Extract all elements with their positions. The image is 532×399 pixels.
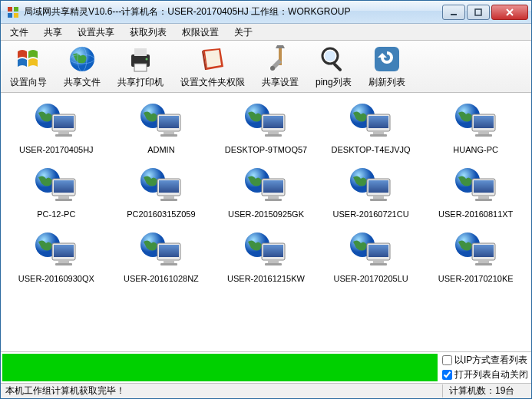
- toolbar-label: 设置文件夹权限: [180, 76, 245, 89]
- computer-item[interactable]: ADMIN: [112, 101, 211, 154]
- computer-item[interactable]: USER-20161215KW: [216, 229, 316, 283]
- svg-rect-77: [164, 260, 174, 263]
- svg-rect-66: [474, 180, 494, 193]
- toolbar-label: 共享设置: [262, 76, 299, 89]
- titlebar: 局域网共享精灵V10.6---计算机名：USER-20170405HJ 工作组：…: [1, 1, 531, 24]
- computer-name: USER-20161028NZ: [124, 274, 199, 283]
- toolbar-book-button[interactable]: 设置文件夹权限: [177, 42, 248, 91]
- network-computer-icon: [34, 101, 78, 140]
- toolbar: 设置向导共享文件共享打印机设置文件夹权限共享设置ping列表刷新列表: [1, 41, 531, 93]
- svg-rect-31: [263, 116, 283, 128]
- progress-bar: [2, 354, 438, 381]
- minimize-button[interactable]: [442, 5, 465, 20]
- computer-name: USER-20160721CU: [333, 209, 409, 219]
- toolbar-label: 刷新列表: [368, 76, 405, 89]
- svg-rect-82: [268, 260, 279, 263]
- svg-rect-48: [55, 199, 72, 201]
- status-message: 本机工作组计算机获取完毕！: [5, 384, 442, 397]
- toolbar-tools-button[interactable]: 共享设置: [259, 42, 302, 91]
- network-computer-icon: [243, 165, 288, 205]
- network-computer-icon: [139, 101, 183, 140]
- network-computer-icon: [454, 229, 498, 269]
- svg-rect-43: [475, 134, 492, 137]
- toolbar-globe-button[interactable]: 共享文件: [61, 42, 104, 91]
- computer-item[interactable]: HUANG-PC: [426, 101, 525, 154]
- computer-name: USER-20160811XT: [438, 209, 513, 219]
- menu-item[interactable]: 关于: [226, 24, 260, 40]
- menu-item[interactable]: 获取列表: [122, 24, 174, 40]
- computer-item[interactable]: USER-20161028NZ: [112, 229, 211, 283]
- svg-rect-72: [58, 260, 69, 263]
- svg-rect-61: [368, 180, 388, 193]
- toolbar-magnifier-button[interactable]: ping列表: [312, 42, 355, 91]
- toolbar-printer-button[interactable]: 共享打印机: [114, 42, 167, 91]
- svg-rect-1: [14, 7, 18, 12]
- computer-item[interactable]: DESKTOP-T4EJVJQ: [322, 101, 421, 154]
- svg-rect-76: [159, 245, 179, 257]
- svg-rect-10: [134, 48, 147, 56]
- magnifier-icon: [318, 44, 349, 74]
- window-title: 局域网共享精灵V10.6---计算机名：USER-20170405HJ 工作组：…: [24, 5, 441, 18]
- computer-name: USER-20170405HJ: [19, 145, 94, 154]
- computer-item[interactable]: USER-20160930QX: [7, 229, 106, 283]
- svg-rect-58: [265, 199, 282, 201]
- svg-rect-21: [54, 116, 74, 128]
- computer-item[interactable]: USER-20170405HJ: [7, 101, 106, 154]
- svg-rect-47: [58, 196, 69, 199]
- svg-rect-88: [370, 263, 387, 265]
- svg-rect-3: [14, 13, 18, 18]
- windows-flag-icon: [13, 44, 44, 74]
- computer-name: PC20160315Z059: [127, 209, 195, 219]
- computer-name: USER-20150925GK: [228, 209, 304, 219]
- svg-rect-92: [478, 260, 489, 263]
- computer-item[interactable]: DESKTOP-9TMOQ57: [216, 101, 316, 154]
- computer-item[interactable]: USER-20170205LU: [322, 229, 421, 283]
- svg-rect-26: [159, 116, 179, 128]
- menu-item[interactable]: 设置共享: [70, 24, 122, 40]
- computer-item[interactable]: USER-20170210KE: [426, 229, 525, 283]
- svg-rect-87: [373, 260, 384, 263]
- network-computer-icon: [139, 165, 183, 205]
- menu-item[interactable]: 共享: [36, 24, 70, 40]
- svg-rect-27: [164, 131, 174, 134]
- svg-rect-81: [263, 245, 283, 257]
- network-computer-icon: [454, 165, 498, 205]
- svg-rect-71: [54, 245, 74, 257]
- ip-view-checkbox[interactable]: 以IP方式查看列表: [442, 354, 528, 367]
- menu-item[interactable]: 文件: [2, 24, 36, 40]
- svg-rect-91: [474, 245, 494, 257]
- computer-name: USER-20170205LU: [333, 274, 408, 283]
- toolbar-label: 设置向导: [10, 76, 47, 89]
- bottom-panel: 以IP方式查看列表 打开列表自动关闭: [1, 351, 531, 383]
- computer-item[interactable]: PC20160315Z059: [112, 165, 211, 219]
- svg-rect-33: [265, 134, 282, 137]
- auto-close-checkbox[interactable]: 打开列表自动关闭: [442, 368, 528, 381]
- svg-point-16: [325, 51, 335, 61]
- computer-name: USER-20170210KE: [438, 274, 514, 283]
- computer-item[interactable]: USER-20160811XT: [426, 165, 525, 219]
- menu-item[interactable]: 权限设置: [174, 24, 226, 40]
- close-button[interactable]: [491, 5, 528, 20]
- svg-rect-38: [370, 134, 387, 137]
- computer-item[interactable]: PC-12-PC: [7, 165, 106, 219]
- computer-item[interactable]: USER-20150925GK: [216, 165, 316, 219]
- svg-rect-67: [478, 196, 489, 199]
- globe-icon: [67, 44, 97, 74]
- svg-rect-86: [368, 245, 388, 257]
- svg-rect-4: [451, 14, 457, 15]
- svg-rect-22: [58, 131, 69, 134]
- network-computer-icon: [349, 229, 393, 269]
- maximize-button[interactable]: [467, 5, 490, 20]
- svg-rect-32: [268, 131, 279, 134]
- toolbar-refresh-button[interactable]: 刷新列表: [365, 42, 408, 91]
- svg-rect-36: [368, 116, 388, 128]
- toolbar-windows-flag-button[interactable]: 设置向导: [7, 42, 50, 91]
- svg-rect-56: [263, 180, 283, 193]
- svg-rect-93: [475, 263, 492, 265]
- svg-rect-17: [333, 62, 343, 72]
- toolbar-label: ping列表: [316, 76, 352, 89]
- network-computer-icon: [454, 101, 498, 140]
- computer-item[interactable]: USER-20160721CU: [322, 165, 421, 219]
- svg-rect-78: [160, 263, 177, 265]
- computer-name: USER-20161215KW: [227, 274, 305, 283]
